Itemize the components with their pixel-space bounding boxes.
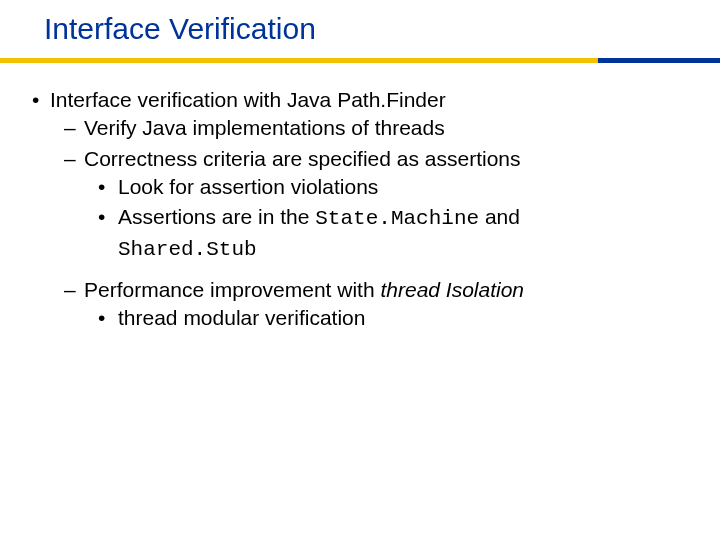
bullet-l3b: Assertions are in the State.Machine and … bbox=[84, 203, 694, 264]
slide: Interface Verification Interface verific… bbox=[0, 0, 720, 540]
bullet-l3c: thread modular verification bbox=[84, 304, 694, 332]
bullet-l2a: Verify Java implementations of threads bbox=[50, 114, 694, 142]
bullet-l1: Interface verification with Java Path.Fi… bbox=[26, 86, 694, 333]
bullet-l2a-text: Verify Java implementations of threads bbox=[84, 116, 445, 139]
bullet-l3c-text: thread modular verification bbox=[118, 306, 365, 329]
slide-body: Interface verification with Java Path.Fi… bbox=[26, 86, 694, 335]
bullet-l2b-text: Correctness criteria are specified as as… bbox=[84, 147, 521, 170]
bullet-l3b-mid: and bbox=[479, 205, 520, 228]
bullet-l3b-code2: Shared.Stub bbox=[118, 238, 257, 261]
bullet-l2b: Correctness criteria are specified as as… bbox=[50, 145, 694, 264]
bullet-l1-text: Interface verification with Java Path.Fi… bbox=[50, 88, 446, 111]
bullet-l2c-ital: thread Isolation bbox=[380, 278, 524, 301]
bullet-l3b-pre: Assertions are in the bbox=[118, 205, 315, 228]
bullet-l2c-pre: Performance improvement with bbox=[84, 278, 380, 301]
bullet-l3a: Look for assertion violations bbox=[84, 173, 694, 201]
rule-blue bbox=[598, 58, 720, 63]
spacer bbox=[50, 266, 694, 276]
title-rule bbox=[0, 58, 720, 63]
bullet-l3a-text: Look for assertion violations bbox=[118, 175, 378, 198]
bullet-l2c: Performance improvement with thread Isol… bbox=[50, 276, 694, 333]
slide-title: Interface Verification bbox=[44, 12, 316, 46]
bullet-l3b-code1: State.Machine bbox=[315, 207, 479, 230]
